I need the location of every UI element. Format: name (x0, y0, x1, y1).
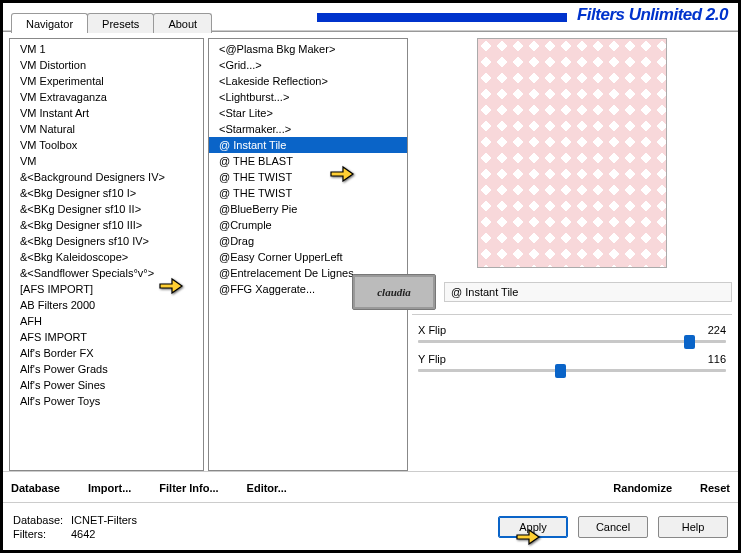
list-item[interactable]: VM Toolbox (10, 137, 203, 153)
list-item[interactable]: @ THE BLAST (209, 153, 407, 169)
list-item[interactable]: <Lightburst...> (209, 89, 407, 105)
database-button[interactable]: Database (11, 482, 60, 494)
apply-button[interactable]: Apply (498, 516, 568, 538)
list-item[interactable]: @BlueBerry Pie (209, 201, 407, 217)
list-item[interactable]: AFS IMPORT (10, 329, 203, 345)
slider-x-flip[interactable]: X Flip224 (412, 321, 732, 350)
list-item[interactable]: &<BKg Designer sf10 II> (10, 201, 203, 217)
list-item[interactable]: &<Bkg Designers sf10 IV> (10, 233, 203, 249)
list-item[interactable]: &<Sandflower Specials°v°> (10, 265, 203, 281)
list-item[interactable]: Alf's Power Sines (10, 377, 203, 393)
list-item[interactable]: &<Bkg Designer sf10 I> (10, 185, 203, 201)
list-item[interactable]: <Lakeside Reflection> (209, 73, 407, 89)
app-title: Filters Unlimited 2.0 (577, 5, 728, 25)
list-item[interactable]: @Crumple (209, 217, 407, 233)
list-item[interactable]: VM Extravaganza (10, 89, 203, 105)
list-item[interactable]: AB Filters 2000 (10, 297, 203, 313)
import-button[interactable]: Import... (88, 482, 131, 494)
list-item[interactable]: <Starmaker...> (209, 121, 407, 137)
tab-navigator[interactable]: Navigator (11, 13, 88, 33)
list-item[interactable]: VM (10, 153, 203, 169)
list-item[interactable]: &<Bkg Designer sf10 III> (10, 217, 203, 233)
list-item[interactable]: @ THE TWIST (209, 185, 407, 201)
list-item[interactable]: AFH (10, 313, 203, 329)
list-item[interactable]: VM Distortion (10, 57, 203, 73)
list-item[interactable]: VM Experimental (10, 73, 203, 89)
status-info: Database:ICNET-Filters Filters:4642 (13, 513, 137, 541)
list-item[interactable]: &<Background Designers IV> (10, 169, 203, 185)
list-item[interactable]: &<Bkg Kaleidoscope> (10, 249, 203, 265)
list-item[interactable]: <Star Lite> (209, 105, 407, 121)
list-item[interactable]: @Drag (209, 233, 407, 249)
tab-about[interactable]: About (153, 13, 212, 33)
tab-presets[interactable]: Presets (87, 13, 154, 33)
current-filter-name: @ Instant Tile (444, 282, 732, 302)
list-item[interactable]: VM 1 (10, 41, 203, 57)
list-item[interactable]: @ THE TWIST (209, 169, 407, 185)
list-item[interactable]: Alf's Border FX (10, 345, 203, 361)
list-item[interactable]: [AFS IMPORT] (10, 281, 203, 297)
list-item[interactable]: @Easy Corner UpperLeft (209, 249, 407, 265)
reset-button[interactable]: Reset (700, 482, 730, 494)
author-stamp: claudia (352, 274, 436, 310)
help-button[interactable]: Help (658, 516, 728, 538)
list-item[interactable]: <Grid...> (209, 57, 407, 73)
filter-list[interactable]: <@Plasma Bkg Maker><Grid...><Lakeside Re… (208, 38, 408, 471)
list-item[interactable]: Alf's Power Grads (10, 361, 203, 377)
list-item[interactable]: <@Plasma Bkg Maker> (209, 41, 407, 57)
editor-button[interactable]: Editor... (247, 482, 287, 494)
category-list[interactable]: VM 1VM DistortionVM ExperimentalVM Extra… (9, 38, 204, 471)
list-item[interactable]: VM Natural (10, 121, 203, 137)
list-item[interactable]: Alf's Power Toys (10, 393, 203, 409)
preview-image (477, 38, 667, 268)
filter-info-button[interactable]: Filter Info... (159, 482, 218, 494)
slider-y-flip[interactable]: Y Flip116 (412, 350, 732, 379)
list-item[interactable]: @ Instant Tile (209, 137, 407, 153)
list-item[interactable]: VM Instant Art (10, 105, 203, 121)
cancel-button[interactable]: Cancel (578, 516, 648, 538)
randomize-button[interactable]: Randomize (613, 482, 672, 494)
